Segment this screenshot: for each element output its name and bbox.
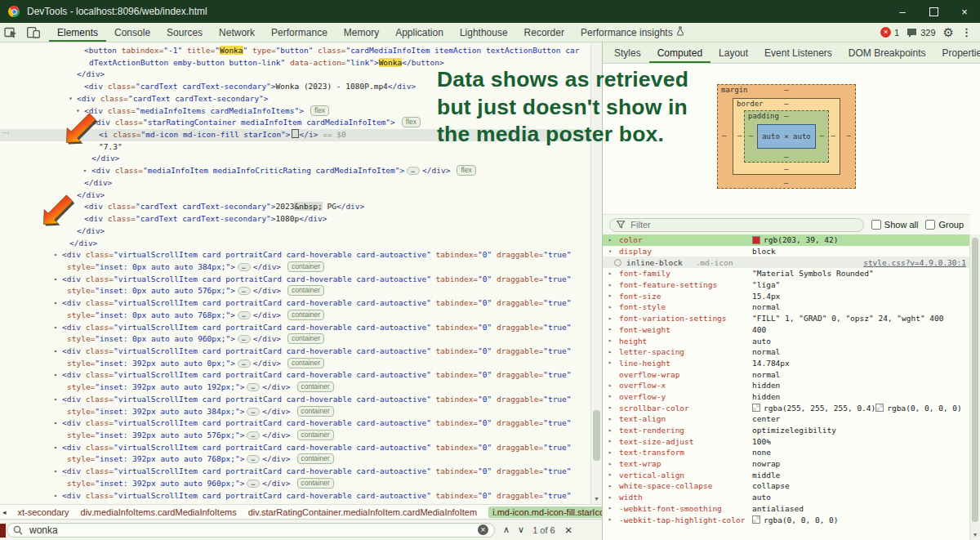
tab-recorder[interactable]: Recorder	[516, 23, 572, 42]
tree-line[interactable]: style="inset: 0px auto auto 768px;">…</d…	[0, 310, 590, 322]
sidebar-scrollbar[interactable]: ▾	[969, 234, 980, 540]
property-expand-icon[interactable]: ▸	[608, 483, 612, 489]
property-expand-icon[interactable]: ▸	[608, 471, 612, 478]
disclosure-arrow-icon[interactable]: ▸	[54, 490, 58, 502]
tree-line[interactable]: style="inset: 392px auto auto 768px;">…<…	[0, 453, 590, 466]
computed-property-row[interactable]: ▸heightauto	[603, 335, 970, 346]
settings-icon[interactable]: ⚙	[943, 25, 954, 40]
tree-line[interactable]: ▸<div class="virtualScrollItem card port…	[0, 466, 590, 478]
computed-property-row[interactable]: ▸font-variation-settings"FILL" 1, "GRAD"…	[603, 313, 970, 324]
issues-badge[interactable]: 329	[906, 28, 935, 38]
padding-left-value[interactable]: ‒	[749, 132, 753, 140]
computed-property-row[interactable]: ▸line-height14.784px	[603, 358, 970, 369]
scroll-down-icon[interactable]: ▾	[591, 495, 602, 502]
tree-line[interactable]: ▸<div class="virtualScrollItem card port…	[0, 369, 590, 382]
tree-line[interactable]: <button tabindex="-1" title="Wonka" type…	[0, 45, 590, 57]
box-model-padding[interactable]: padding ‒ ‒ ‒ ‒ auto × auto	[744, 110, 829, 163]
tab-memory[interactable]: Memory	[336, 23, 387, 42]
disclosure-arrow-icon[interactable]: ▸	[54, 274, 58, 286]
tree-line[interactable]: style="inset: 392px auto auto 960px;">…<…	[0, 478, 590, 490]
tree-line[interactable]: </div>	[0, 225, 590, 238]
disclosure-arrow-icon[interactable]: ▸	[54, 369, 58, 382]
container-badge[interactable]: container	[297, 382, 334, 392]
next-match-icon[interactable]: ∨	[518, 524, 524, 535]
disclosure-arrow-icon[interactable]: ▸	[54, 249, 58, 261]
container-badge[interactable]: container	[287, 285, 324, 296]
disclosure-arrow-icon[interactable]: ▸	[54, 322, 58, 334]
sidebar-scroll-down-icon[interactable]: ▾	[970, 531, 980, 538]
tree-line[interactable]: <div class="cardText cardText-secondary"…	[0, 213, 590, 225]
stylesheet-link[interactable]: style.css?v=4.9.0.30:1	[863, 258, 966, 267]
computed-property-row[interactable]: ▸overflow-xhidden	[603, 380, 970, 391]
tree-line[interactable]: style="inset: 392px auto auto 192px;">…<…	[0, 382, 590, 394]
computed-property-row[interactable]: ▸text-size-adjust100%	[603, 435, 970, 447]
border-bottom-value[interactable]: ‒	[784, 165, 788, 173]
show-all-checkbox[interactable]	[871, 220, 881, 230]
computed-property-row[interactable]: ▸font-size15.4px	[603, 290, 970, 301]
color-swatch[interactable]	[752, 404, 760, 412]
ellipsis-pill[interactable]: …	[238, 335, 251, 343]
disclosure-arrow-icon[interactable]: ▸	[54, 297, 58, 310]
filter-field[interactable]	[609, 218, 864, 232]
tree-line[interactable]: style="inset: 0px auto auto 960px;">…</d…	[0, 333, 590, 346]
breadcrumb-item[interactable]: xt-secondary	[18, 507, 69, 517]
padding-bottom-value[interactable]: ‒	[784, 153, 788, 161]
padding-right-value[interactable]: ‒	[820, 132, 824, 140]
tree-line[interactable]: style="inset: 392px auto auto 576px;">…<…	[0, 430, 590, 442]
property-expand-icon[interactable]: ▸	[608, 505, 612, 511]
tree-line[interactable]: ▸<div class="virtualScrollItem card port…	[0, 346, 590, 358]
sidebar-tab-styles[interactable]: Styles	[606, 42, 649, 63]
computed-property-row[interactable]: ▸colorrgb(203, 39, 42)	[603, 234, 970, 246]
color-swatch[interactable]	[875, 404, 884, 412]
tree-line[interactable]: <div class="cardText cardText-secondary"…	[0, 201, 590, 213]
computed-property-row[interactable]: ▸font-weight400	[603, 324, 970, 336]
sidebar-tab-computed[interactable]: Computed	[649, 42, 710, 63]
property-expand-icon[interactable]: ▸	[608, 326, 612, 332]
sidebar-tab-properties[interactable]: Properties	[934, 42, 980, 63]
tab-network[interactable]: Network	[211, 23, 263, 42]
property-expand-icon[interactable]: ▸	[608, 427, 612, 434]
property-expand-icon[interactable]: ▸	[608, 516, 612, 523]
tree-line[interactable]: ▸<div class="virtualScrollItem card port…	[0, 490, 590, 502]
tree-line[interactable]: style="inset: 392px auto auto 0px;">…</d…	[0, 358, 590, 370]
property-expand-icon[interactable]: ▸	[608, 292, 612, 299]
inspect-element-button[interactable]	[0, 23, 22, 42]
computed-property-row[interactable]: ▸widthauto	[603, 492, 970, 503]
computed-property-row[interactable]: ▸vertical-alignmiddle	[603, 469, 970, 480]
container-badge[interactable]: container	[287, 358, 324, 368]
tree-line[interactable]: </div>	[0, 153, 590, 165]
filter-input[interactable]	[629, 219, 857, 230]
tree-line[interactable]: style="inset: 0px auto auto 576px;">…</d…	[0, 285, 590, 297]
group-checkbox[interactable]	[925, 220, 935, 230]
computed-property-row[interactable]: ▸-webkit-tap-highlight-colorrgba(0, 0, 0…	[603, 514, 970, 525]
property-expand-icon[interactable]: ▸	[608, 349, 612, 355]
sidebar-tab-dom-breakpoints[interactable]: DOM Breakpoints	[840, 42, 934, 63]
ellipsis-pill[interactable]: …	[247, 455, 260, 463]
tree-line[interactable]: style="inset: 0px auto auto 384px;">…</d…	[0, 261, 590, 274]
property-expand-icon[interactable]: ▸	[608, 282, 612, 288]
container-badge[interactable]: container	[287, 310, 324, 320]
tree-line[interactable]: style="inset: 392px auto auto 384px;">…<…	[0, 406, 590, 418]
property-expand-icon[interactable]: ▸	[608, 449, 612, 456]
computed-property-row[interactable]: ▸text-aligncenter	[603, 413, 970, 425]
property-expand-icon[interactable]: ▸	[608, 404, 612, 411]
ellipsis-pill[interactable]: …	[247, 383, 260, 391]
tree-line[interactable]: </div>	[0, 238, 590, 250]
margin-top-value[interactable]: ‒	[784, 86, 788, 94]
ellipsis-pill[interactable]: …	[238, 287, 251, 295]
device-toolbar-button[interactable]	[22, 23, 44, 42]
sidebar-tab-layout[interactable]: Layout	[710, 42, 756, 63]
tree-line[interactable]: ▸<div class="virtualScrollItem card port…	[0, 394, 590, 406]
property-expand-icon[interactable]: ▸	[608, 416, 612, 422]
computed-property-row[interactable]: ▸text-renderingoptimizelegibility	[603, 425, 970, 436]
sidebar-tab-event-listeners[interactable]: Event Listeners	[756, 42, 840, 63]
tab-lighthouse[interactable]: Lighthouse	[452, 23, 516, 42]
box-model-border[interactable]: border ‒ ‒ ‒ ‒ padding ‒ ‒ ‒ ‒ auto ×	[733, 98, 840, 175]
tab-sources[interactable]: Sources	[158, 23, 211, 42]
ellipsis-pill[interactable]: …	[247, 408, 260, 416]
tab-performance[interactable]: Performance	[263, 23, 336, 42]
computed-property-row[interactable]: ▸font-family"Material Symbols Rounded"	[603, 268, 970, 279]
group-option[interactable]: Group	[925, 220, 964, 230]
ellipsis-pill[interactable]: …	[407, 167, 420, 175]
tab-performance-insights[interactable]: Performance insights	[572, 23, 693, 42]
